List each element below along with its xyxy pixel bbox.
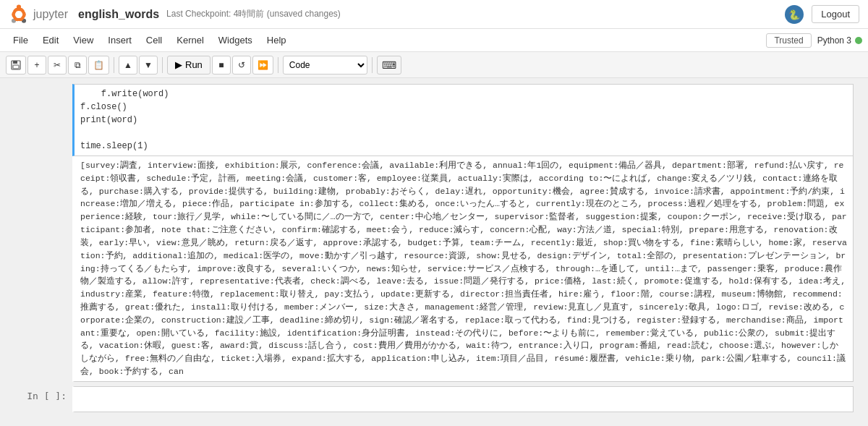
svg-text:🐍: 🐍 <box>788 9 801 21</box>
toolbar-separator-1 <box>114 57 114 73</box>
kernel-info: Python 3 <box>817 35 862 46</box>
checkpoint-info: Last Checkpoint: 4時間前 (unsaved changes) <box>166 8 784 20</box>
notebook-name[interactable]: english_words <box>78 8 159 21</box>
paste-button[interactable]: 📋 <box>88 56 109 74</box>
svg-rect-9 <box>13 61 17 64</box>
menu-bar: File Edit View Insert Cell Kernel Widget… <box>0 29 868 52</box>
jupyter-icon <box>9 4 29 25</box>
top-bar: jupyter english_words Last Checkpoint: 4… <box>0 0 868 29</box>
jupyter-logo: jupyter <box>9 4 72 25</box>
toolbar-separator-3 <box>278 57 278 73</box>
output-text: [survey:調査, interview:面接, exhibition:展示,… <box>80 159 847 378</box>
move-down-button[interactable]: ▼ <box>139 56 158 74</box>
python-logo-icon: 🐍 <box>784 4 804 25</box>
cell-type-select[interactable]: Code Markdown Raw NBConvert <box>283 56 367 74</box>
empty-cell-wrapper: In [ ]: <box>14 386 854 412</box>
output-cell-wrapper: [survey:調査, interview:面接, exhibition:展示,… <box>14 156 854 382</box>
output-prompt <box>14 156 72 382</box>
run-button[interactable]: ▶ Run <box>167 56 210 74</box>
empty-cell-prompt: In [ ]: <box>14 386 72 412</box>
keyboard-shortcuts-button[interactable]: ⌨ <box>377 56 401 74</box>
trusted-badge[interactable]: Trusted <box>766 33 811 48</box>
toolbar-separator-4 <box>372 57 373 73</box>
toolbar: + ✂ ⧉ 📋 ▲ ▼ ▶ Run ■ ↺ ⏩ Code Markdown Ra… <box>0 52 868 78</box>
menu-right: Trusted Python 3 <box>766 33 862 48</box>
menu-insert[interactable]: Insert <box>101 32 139 48</box>
code-content: f.write(word) f.close() print(word) time… <box>80 88 847 153</box>
add-cell-button[interactable]: + <box>27 56 46 74</box>
kernel-label: Python 3 <box>817 35 851 46</box>
menu-file[interactable]: File <box>6 32 35 48</box>
menu-cell[interactable]: Cell <box>139 32 169 48</box>
menu-edit[interactable]: Edit <box>35 32 66 48</box>
move-up-button[interactable]: ▲ <box>119 56 137 74</box>
save-icon <box>11 60 21 70</box>
menu-kernel[interactable]: Kernel <box>169 32 211 48</box>
save-button[interactable] <box>6 56 26 74</box>
menu-view[interactable]: View <box>66 32 101 48</box>
run-icon: ▶ <box>175 59 182 70</box>
code-cell[interactable]: f.write(word) f.close() print(word) time… <box>72 84 854 156</box>
copy-button[interactable]: ⧉ <box>68 56 87 74</box>
code-cell-wrapper: f.write(word) f.close() print(word) time… <box>14 84 854 156</box>
notebook-area: f.write(word) f.close() print(word) time… <box>0 78 868 426</box>
stop-button[interactable]: ■ <box>212 56 231 74</box>
toolbar-separator-2 <box>162 57 163 73</box>
jupyter-text: jupyter <box>33 8 68 21</box>
output-cell: [survey:調査, interview:面接, exhibition:展示,… <box>72 156 854 382</box>
restart-button[interactable]: ↺ <box>232 56 251 74</box>
logout-button[interactable]: Logout <box>812 5 859 23</box>
menu-widgets[interactable]: Widgets <box>211 32 260 48</box>
output-scroll[interactable]: [survey:調査, interview:面接, exhibition:展示,… <box>80 159 847 378</box>
run-label: Run <box>185 59 203 70</box>
menu-help[interactable]: Help <box>260 32 294 48</box>
cut-button[interactable]: ✂ <box>48 56 67 74</box>
restart-run-button[interactable]: ⏩ <box>252 56 273 74</box>
empty-cell[interactable] <box>72 386 854 412</box>
kernel-status-dot <box>855 37 862 44</box>
svg-rect-10 <box>13 65 19 69</box>
cell-prompt <box>14 84 72 156</box>
